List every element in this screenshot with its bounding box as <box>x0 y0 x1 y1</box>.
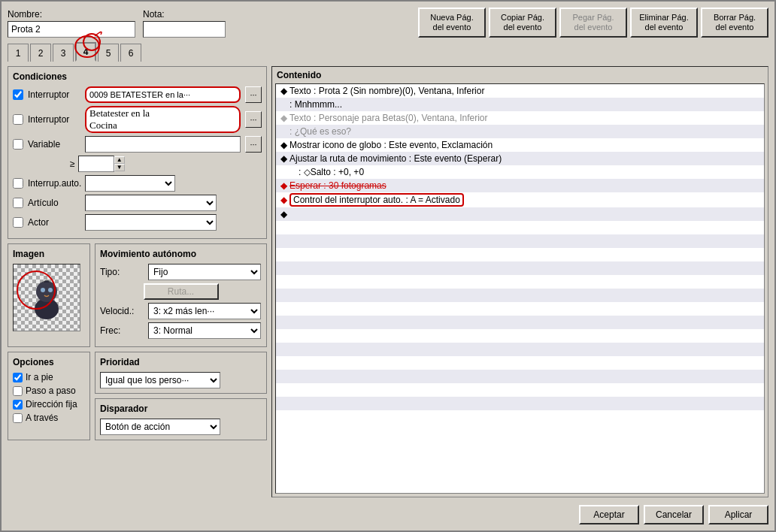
copiar-pag-button[interactable]: Copiar Pág.del evento <box>489 8 556 38</box>
tipo-row: Tipo: Fijo <box>100 264 262 280</box>
interruptor2-field[interactable]: Betatester en laCocina <box>85 106 241 133</box>
content-line-1[interactable]: ◆ Texto : Prota 2 (Sin nombre)(0), Venta… <box>276 84 764 98</box>
diamond-1: ◆ <box>280 86 287 96</box>
content-text-1: Texto : Prota 2 (Sin nombre)(0), Ventana… <box>289 86 484 96</box>
articulo-select[interactable] <box>85 195 217 211</box>
spinbox-down[interactable]: ▼ <box>114 164 125 171</box>
condiciones-box: Condiciones Interruptor 0009 BETATESTER … <box>8 66 267 239</box>
tab-2[interactable]: 2 <box>30 44 51 62</box>
paso-a-paso-label: Paso a paso <box>26 385 76 396</box>
content-line-2[interactable]: : Mnhmmm... <box>276 98 764 111</box>
tab-6[interactable]: 6 <box>120 44 141 62</box>
interrup-auto-select[interactable] <box>85 175 175 192</box>
actor-select[interactable] <box>85 214 217 231</box>
ir-a-pie-checkbox[interactable] <box>13 373 23 382</box>
tabs-row: 1 2 3 4 5 6 <box>8 42 768 62</box>
nota-label: Nota: <box>143 9 226 20</box>
content-line-20 <box>276 343 764 356</box>
frec-row: Frec: 3: Normal <box>100 322 262 339</box>
content-line-21 <box>276 356 764 370</box>
content-line-12 <box>276 234 764 248</box>
a-traves-label: A través <box>26 413 58 423</box>
interruptor2-btn[interactable]: ··· <box>245 111 262 128</box>
cancelar-button[interactable]: Cancelar <box>644 505 704 524</box>
ruta-button[interactable]: Ruta... <box>144 283 219 300</box>
ruta-row: Ruta... <box>100 283 262 300</box>
content-line-9[interactable]: ◆ Control del interruptor auto. : A = Ac… <box>276 192 764 207</box>
content-text-3: Texto : Personaje para Betas(0), Ventana… <box>289 113 487 123</box>
prioridad-title: Prioridad <box>100 357 262 367</box>
borrar-pag-button[interactable]: Borrar Pág.del evento <box>701 8 768 38</box>
imagen-preview[interactable] <box>13 264 80 331</box>
diamond-6: ◆ <box>280 153 287 164</box>
opciones-title: Opciones <box>13 357 85 367</box>
pegar-pag-button[interactable]: Pegar Pág.del evento <box>559 8 627 38</box>
tab-5[interactable]: 5 <box>98 44 119 62</box>
spinbox-input[interactable] <box>78 156 114 172</box>
a-traves-checkbox[interactable] <box>13 413 23 423</box>
content-line-15 <box>276 275 764 289</box>
top-buttons: Nueva Pág.del evento Copiar Pág.del even… <box>418 8 768 38</box>
interruptor2-checkbox[interactable] <box>13 114 23 125</box>
paso-a-paso-checkbox[interactable] <box>13 386 23 396</box>
diamond-10: ◆ <box>280 209 287 219</box>
tab-1[interactable]: 1 <box>8 44 29 62</box>
content-line-3[interactable]: ◆ Texto : Personaje para Betas(0), Venta… <box>276 111 764 125</box>
imagen-title: Imagen <box>13 249 85 259</box>
content-line-13 <box>276 248 764 261</box>
movimiento-title: Movimiento autónomo <box>100 249 262 259</box>
content-line-8[interactable]: ◆ Esperar : 30 fotogramas <box>276 179 764 192</box>
aceptar-button[interactable]: Aceptar <box>579 505 639 524</box>
nombre-input[interactable] <box>8 21 135 38</box>
variable-field[interactable] <box>85 136 241 153</box>
tipo-select[interactable]: Fijo <box>148 264 261 280</box>
nueva-pag-button[interactable]: Nueva Pág.del evento <box>418 8 486 38</box>
articulo-checkbox[interactable] <box>13 198 23 208</box>
cond-row-interrup-auto: Interrup.auto. <box>13 175 262 192</box>
direccion-fija-checkbox[interactable] <box>13 400 23 410</box>
prioridad-box: Prioridad Igual que los perso··· <box>95 352 267 394</box>
tab-4[interactable]: 4 <box>75 42 96 62</box>
diamond-3: ◆ <box>280 113 287 123</box>
content-line-19 <box>276 329 764 343</box>
velocidad-row: Velocid.: 3: x2 más len··· <box>100 303 262 319</box>
interruptor1-btn[interactable]: ··· <box>245 86 262 103</box>
prioridad-disparador: Prioridad Igual que los perso··· Dispara… <box>95 352 267 440</box>
cond-row-1: Interruptor 0009 BETATESTER en la··· ··· <box>13 86 262 103</box>
interrup-auto-label: Interrup.auto. <box>28 178 80 189</box>
contenido-list[interactable]: ◆ Texto : Prota 2 (Sin nombre)(0), Venta… <box>275 83 765 494</box>
main-dialog: Nombre: Nota: Nueva Pág.del evento Copia… <box>0 0 776 532</box>
diamond-8: ◆ <box>280 180 287 191</box>
frec-select[interactable]: 3: Normal <box>148 322 261 339</box>
condiciones-title: Condiciones <box>13 71 262 82</box>
content-line-17 <box>276 302 764 316</box>
disparador-box: Disparador Botón de acción <box>95 398 267 440</box>
prioridad-select[interactable]: Igual que los perso··· <box>100 372 220 388</box>
nota-input[interactable] <box>143 21 226 38</box>
variable-checkbox[interactable] <box>13 139 23 150</box>
right-panel: Contenido ◆ Texto : Prota 2 (Sin nombre)… <box>271 66 768 497</box>
aplicar-button[interactable]: Aplicar <box>708 505 768 524</box>
interrup-auto-checkbox[interactable] <box>13 178 23 189</box>
content-line-5[interactable]: ◆ Mostrar icono de globo : Este evento, … <box>276 138 764 152</box>
content-line-10[interactable]: ◆ <box>276 207 764 221</box>
disparador-select[interactable]: Botón de acción <box>100 419 220 435</box>
ir-a-pie-row: Ir a pie <box>13 372 85 382</box>
velocidad-select[interactable]: 3: x2 más len··· <box>148 303 261 319</box>
eliminar-pag-button[interactable]: Eliminar Pág.del evento <box>630 8 698 38</box>
content-line-4[interactable]: : ¿Qué es eso? <box>276 125 764 138</box>
spinbox-up[interactable]: ▲ <box>114 156 125 164</box>
top-row: Nombre: Nota: Nueva Pág.del evento Copia… <box>8 8 768 38</box>
imagen-box: Imagen <box>8 243 90 347</box>
content-line-6[interactable]: ◆ Ajustar la ruta de movimiento : Este e… <box>276 152 764 165</box>
content-line-7[interactable]: : ◇Salto : +0, +0 <box>276 165 764 179</box>
content-text-8: Esperar : 30 fotogramas <box>289 180 386 191</box>
variable-btn[interactable]: ··· <box>245 136 262 153</box>
ir-a-pie-label: Ir a pie <box>26 372 53 382</box>
content-line-11 <box>276 221 764 234</box>
main-area: Condiciones Interruptor 0009 BETATESTER … <box>8 66 768 497</box>
interruptor1-checkbox[interactable] <box>13 89 23 100</box>
interruptor1-field[interactable]: 0009 BETATESTER en la··· <box>85 86 241 103</box>
tab-3[interactable]: 3 <box>53 44 74 62</box>
actor-checkbox[interactable] <box>13 217 23 228</box>
